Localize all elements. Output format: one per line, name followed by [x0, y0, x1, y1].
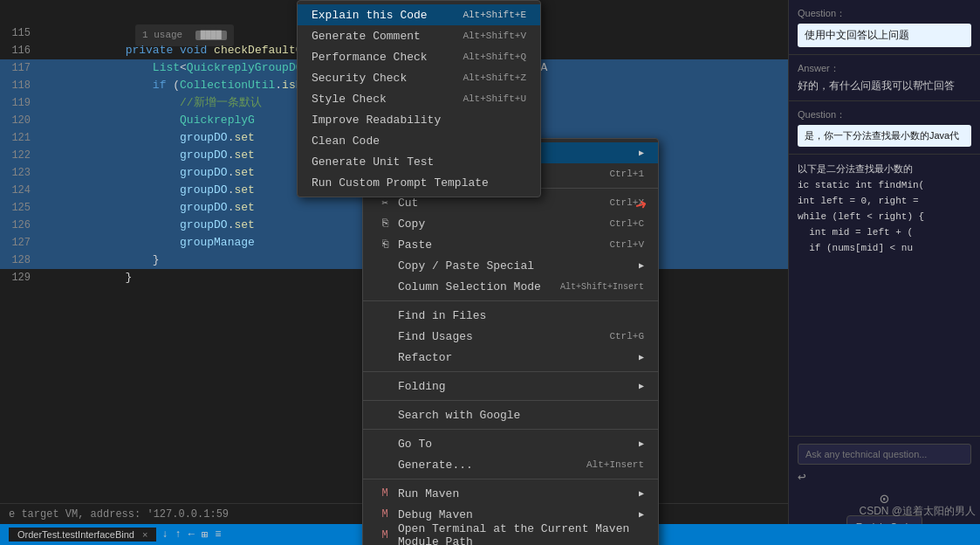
panel-question-2: Question： 是，你一下分法查找最小数的Java代: [789, 101, 980, 155]
log-text: e target VM, address: '127.0.0.1:59: [9, 508, 229, 521]
question2-content: 是，你一下分法查找最小数的Java代: [798, 125, 971, 147]
submenu-item-clean-code[interactable]: Clean Code: [298, 130, 540, 151]
arrow-down-icon[interactable]: ↓: [161, 528, 168, 541]
menu-item-find-in-files[interactable]: Find in Files: [363, 305, 658, 326]
menu-item-label: Column Selection Mode: [398, 280, 543, 293]
submenu-shortcut: Alt+Shift+Q: [463, 52, 526, 62]
menu-item-label: Folding: [398, 380, 632, 393]
menu-shortcut: Ctrl+G: [609, 331, 644, 341]
submenu-item-label: Style Check: [312, 93, 463, 106]
code-line: while (left < right) {: [798, 209, 971, 224]
menu-item-label: Find in Files: [398, 309, 644, 322]
submenu-item-generate-unit-test[interactable]: Generate Unit Test: [298, 151, 540, 172]
submenu-item-label: Security Check: [312, 72, 463, 85]
status-icons: ↓ ↑ ← ⊞ ≡: [161, 528, 221, 542]
submenu-item-explain-code[interactable]: Explain this Code Alt+Shift+E: [298, 4, 540, 25]
cut-icon: ✂: [377, 197, 393, 210]
submenu-arrow-icon: ▶: [639, 381, 644, 391]
menu-separator: [363, 300, 658, 301]
watermark: CSDN @追着太阳的男人: [859, 504, 976, 519]
grid-icon[interactable]: ⊞: [202, 528, 208, 542]
copy-icon: ⎘: [377, 217, 393, 230]
submenu-shortcut: Alt+Shift+U: [463, 93, 526, 104]
maven-terminal-icon: M: [377, 529, 393, 542]
arrow-up-icon[interactable]: ↑: [175, 528, 182, 541]
menu-shortcut: Ctrl+C: [609, 218, 644, 229]
menu-item-go-to[interactable]: Go To ▶: [363, 433, 658, 454]
submenu-arrow-icon: ▶: [639, 509, 644, 520]
menu-item-find-usages[interactable]: Find Usages Ctrl+G: [363, 326, 658, 347]
menu-item-label: Debug Maven: [398, 508, 632, 521]
submenu-item-label: Clean Code: [312, 135, 526, 148]
submenu-shortcut: Alt+Shift+E: [463, 10, 526, 20]
menu-shortcut: Alt+Insert: [586, 459, 644, 470]
submenu-item-performance-check[interactable]: Performance Check Alt+Shift+Q: [298, 46, 540, 67]
submenu-arrow-icon: ▶: [639, 438, 644, 449]
menu-item-label: Cut: [398, 197, 592, 210]
submenu-item-security-check[interactable]: Security Check Alt+Shift+Z: [298, 67, 540, 88]
code-line: 以下是二分法查找最小数的: [798, 162, 971, 177]
menu-item-label: Generate...: [398, 459, 569, 472]
submenu-item-label: Improve Readability: [312, 114, 526, 127]
menu-separator: [363, 400, 658, 401]
menu-item-label: Refactor: [398, 351, 632, 364]
menu-item-run-maven[interactable]: M Run Maven ▶: [363, 483, 658, 504]
submenu-item-label: Generate Unit Test: [312, 155, 526, 169]
menu-item-copy[interactable]: ⎘ Copy Ctrl+C: [363, 213, 658, 234]
submenu-arrow-icon: ▶: [639, 148, 644, 158]
code-line: if (nums[mid] < nu: [798, 240, 971, 256]
menu-item-label: Run Maven: [398, 487, 632, 500]
code-line: int left = 0, right =: [798, 193, 971, 209]
menu-item-search-google[interactable]: Search with Google: [363, 404, 658, 425]
arrow-left-icon[interactable]: ←: [188, 528, 195, 541]
menu-item-label: Open Terminal at the Current Maven Modul…: [398, 522, 644, 545]
submenu-arrow-icon: ▶: [639, 260, 644, 271]
code-line: ic static int findMin(: [798, 177, 971, 193]
menu-item-folding[interactable]: Folding ▶: [363, 376, 658, 397]
context-menu[interactable]: B Bito AI ▶ 💡 Show Context Actions Ctrl+…: [362, 138, 659, 545]
menu-separator: [363, 371, 658, 372]
submenu-item-label: Run Custom Prompt Template: [312, 176, 526, 190]
status-tab[interactable]: OrderTest.testInterfaceBind ×: [9, 528, 156, 542]
submenu-arrow-icon: ▶: [639, 488, 644, 499]
menu-item-refactor[interactable]: Refactor ▶: [363, 347, 658, 368]
submenu-item-improve-readability[interactable]: Improve Readability: [298, 109, 540, 130]
submenu-item-run-custom-prompt[interactable]: Run Custom Prompt Template: [298, 172, 540, 193]
undo-icon[interactable]: ↩: [798, 468, 806, 486]
menu-item-column-selection[interactable]: Column Selection Mode Alt+Shift+Insert: [363, 276, 658, 297]
menu-item-open-terminal[interactable]: M Open Terminal at the Current Maven Mod…: [363, 525, 658, 545]
panel-code-area: 以下是二分法查找最小数的 ic static int findMin( int …: [789, 155, 980, 436]
menu-item-generate[interactable]: Generate... Alt+Insert: [363, 454, 658, 475]
submenu-item-style-check[interactable]: Style Check Alt+Shift+U: [298, 88, 540, 109]
menu-separator: [363, 479, 658, 479]
question2-label: Question：: [798, 108, 971, 121]
maven-icon: M: [377, 487, 393, 500]
menu-shortcut: Ctrl+1: [609, 169, 644, 179]
list-icon[interactable]: ≡: [215, 528, 221, 541]
question-content: 使用中文回答以上问题: [798, 24, 971, 47]
menu-item-label: Search with Google: [398, 409, 644, 422]
submenu-item-generate-comment[interactable]: Generate Comment Alt+Shift+V: [298, 25, 540, 46]
right-panel: Question： 使用中文回答以上问题 Answer： 好的，有什么问题我可以…: [788, 0, 980, 545]
menu-item-label: Copy: [398, 217, 592, 231]
code-line: int mid = left + (: [798, 224, 971, 240]
submenu-item-label: Explain this Code: [312, 9, 463, 22]
close-icon[interactable]: ×: [142, 529, 147, 540]
ask-input[interactable]: [798, 444, 971, 465]
menu-separator: [363, 429, 658, 430]
submenu-shortcut: Alt+Shift+V: [463, 31, 526, 41]
submenu-arrow-icon: ▶: [639, 352, 644, 362]
menu-item-paste[interactable]: ⎗ Paste Ctrl+V: [363, 234, 658, 255]
menu-item-label: Find Usages: [398, 330, 592, 343]
menu-item-copy-paste-special[interactable]: Copy / Paste Special ▶: [363, 255, 658, 276]
answer-content: 好的，有什么问题我可以帮忙回答: [798, 79, 971, 93]
panel-answer-1: Answer： 好的，有什么问题我可以帮忙回答: [789, 55, 980, 101]
menu-item-label: Go To: [398, 438, 632, 451]
menu-item-label: Copy / Paste Special: [398, 259, 632, 272]
undo-row: ↩: [798, 465, 971, 489]
submenu-item-label: Performance Check: [312, 51, 463, 64]
panel-question-1: Question： 使用中文回答以上问题: [789, 0, 980, 55]
bito-ai-submenu[interactable]: Explain this Code Alt+Shift+E Generate C…: [297, 0, 541, 197]
menu-shortcut: Alt+Shift+Insert: [560, 282, 644, 292]
menu-shortcut: Ctrl+V: [609, 239, 644, 250]
